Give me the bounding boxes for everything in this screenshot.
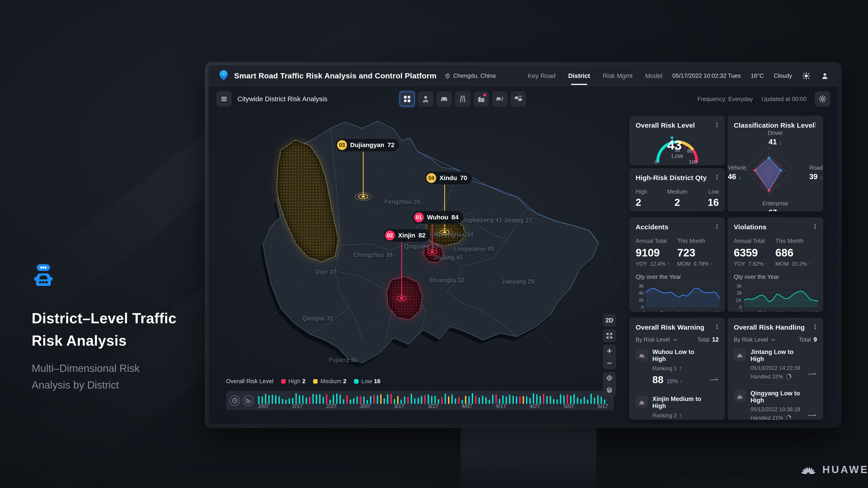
kebab-menu-icon[interactable] (714, 122, 720, 128)
user-icon[interactable] (820, 72, 829, 80)
settings-button[interactable] (815, 92, 830, 106)
filter-by-risk-level[interactable]: By Risk Level (734, 336, 768, 343)
chevron-down-icon[interactable] (771, 337, 776, 343)
kebab-icon[interactable] (714, 174, 720, 180)
pin-rank-badge: 01 (414, 213, 424, 222)
vehicle-alert-icon (495, 94, 504, 103)
district-pin-dujiangyan[interactable]: 03 Dujiangyan 72 (335, 138, 400, 152)
tool-vehicle-button[interactable] (437, 92, 452, 106)
fullscreen-button[interactable] (603, 330, 616, 341)
notification-dot (483, 94, 486, 96)
zoom-in-button[interactable]: + (603, 345, 616, 357)
panel-title: High-Risk District Qty (636, 174, 719, 182)
nav-tab-model[interactable]: Model (645, 66, 662, 86)
map-fullscreen-button[interactable] (603, 329, 616, 342)
dashboard-screen: Pengzhou 26Pidu 24Qingbaijiang 41Jintang… (209, 66, 838, 424)
radar-axis-enterprise: Enterprise67 ↑ (727, 200, 823, 212)
kebab-icon[interactable] (812, 223, 818, 230)
kebab-icon[interactable] (714, 223, 720, 230)
siren-badge (734, 390, 746, 402)
siren-badge (636, 349, 648, 361)
kebab-icon[interactable] (812, 122, 818, 128)
district-pin-wuhou[interactable]: 01 Wuhou 84 (412, 210, 464, 224)
panel-title: Violations (734, 223, 817, 231)
district-pin-xindu[interactable]: 04 Xindu 70 (424, 171, 472, 185)
panel-title: Accidents (636, 223, 719, 231)
trend-up-icon: ↑ (667, 261, 670, 267)
handling-item-qingyang[interactable]: Qingyang Low to High 05/12/2022 10:36:18… (734, 385, 817, 420)
annual-total-stat: Annual Total 6359 YOY 7.82% ↑ (734, 238, 775, 267)
platform-title: Smart Road Traffic Risk Analysis and Con… (234, 71, 436, 80)
handling-time: 05/12/2022 10:36:18 (750, 406, 807, 413)
timeline-dates: 2/072/172/273/073/173/274/074/174/275/07… (258, 403, 608, 410)
tool-grid-button[interactable] (400, 92, 414, 106)
locate-button[interactable] (603, 372, 616, 384)
platform-logo-icon (217, 69, 230, 82)
nav-tab-key-road[interactable]: Key Road (528, 66, 556, 86)
kebab-menu-icon[interactable] (812, 324, 818, 330)
timeline-bars[interactable] (258, 393, 608, 404)
timeline-bar (268, 395, 270, 404)
timeline-bar[interactable]: 2/072/172/273/073/173/274/074/174/275/07… (226, 391, 614, 410)
qty-medium: Medium2 (663, 188, 691, 208)
timeline-date: 2/27 (326, 403, 337, 410)
hero-caption: District–Level TrafficRisk Analysis Mult… (32, 264, 177, 394)
panel-title: Overall Risk Handling (734, 324, 817, 331)
timeline-bar (380, 394, 381, 404)
accidents-panel: Accidents Annual Total 9109 YOY 12.4% ↑ … (629, 217, 725, 312)
menu-button[interactable] (217, 92, 231, 106)
go-arrow-icon[interactable] (807, 371, 817, 377)
kebab-icon[interactable] (812, 324, 818, 330)
timeline-bar (492, 395, 493, 404)
collision-icon (514, 94, 523, 103)
history-clock-button[interactable] (230, 395, 240, 406)
go-arrow-icon[interactable] (709, 377, 719, 382)
tool-enterprise-button[interactable] (474, 92, 489, 106)
svg-text:May: May (715, 310, 722, 312)
hero-title: District–Level TrafficRisk Analysis (32, 307, 177, 352)
legend-swatch (354, 379, 359, 384)
chevron-down-icon[interactable] (673, 337, 678, 343)
timeline-bar (563, 395, 565, 404)
chevron-down-icon[interactable] (673, 337, 678, 343)
handling-item-jintang[interactable]: Jintang Low to High 05/13/2022 14:22:39 … (734, 343, 817, 385)
siren-icon (638, 398, 646, 406)
kebab-icon[interactable] (714, 324, 720, 330)
district-pin-xinjin[interactable]: 02 Xinjin 82 (383, 229, 431, 242)
warning-item-wuhou[interactable]: Wuhou Low to High Ranking 1 ↑ 88 18% ↑ (636, 343, 719, 390)
kebab-menu-icon[interactable] (714, 174, 720, 180)
radar-axis-driver: Driver41 ↓ (727, 130, 823, 146)
pin-icon (444, 72, 451, 79)
kebab-icon[interactable] (714, 122, 720, 128)
svg-text:Jan: Jan (740, 310, 748, 312)
tool-collision-button[interactable] (511, 92, 526, 106)
pause-loop-icon[interactable] (245, 397, 252, 404)
kebab-menu-icon[interactable] (714, 324, 720, 330)
tool-driver-button[interactable] (418, 92, 433, 106)
warning-ranking: Ranking 2 ↑ (652, 412, 709, 419)
chart-label: Qty over the Year (636, 273, 719, 281)
location-pin-icon (444, 72, 451, 79)
layers-button[interactable] (603, 384, 616, 396)
zoom-out-button[interactable]: − (603, 357, 616, 369)
timeline-bar (360, 396, 361, 404)
map-2d-toggle[interactable]: 2D (603, 314, 616, 327)
pause-loop-button[interactable] (243, 395, 254, 406)
tool-vehicle-alert-button[interactable] (492, 92, 507, 106)
warning-item-xinjin[interactable]: Xinjin Medium to High Ranking 2 ↑ 84 12%… (636, 390, 719, 420)
kebab-menu-icon[interactable] (714, 223, 720, 230)
kebab-menu-icon[interactable] (812, 223, 818, 230)
nav-tab-risk-mgmt[interactable]: Risk Mgmt (602, 66, 632, 86)
chevron-down-icon[interactable] (771, 337, 776, 343)
filter-by-risk-level[interactable]: By Risk Level (636, 336, 670, 343)
tool-road-button[interactable] (455, 92, 470, 106)
location: Chengdu, China (444, 72, 496, 79)
sun-icon[interactable] (802, 72, 811, 80)
kebab-menu-icon[interactable] (812, 122, 818, 128)
go-arrow-icon[interactable] (807, 413, 817, 418)
city-district-map[interactable]: Pengzhou 26Pidu 24Qingbaijiang 41Jintang… (213, 99, 620, 389)
legend-swatch (281, 379, 286, 384)
history-clock-icon[interactable] (231, 397, 238, 404)
nav-tab-district[interactable]: District (568, 66, 590, 86)
timeline-bar (346, 395, 348, 404)
